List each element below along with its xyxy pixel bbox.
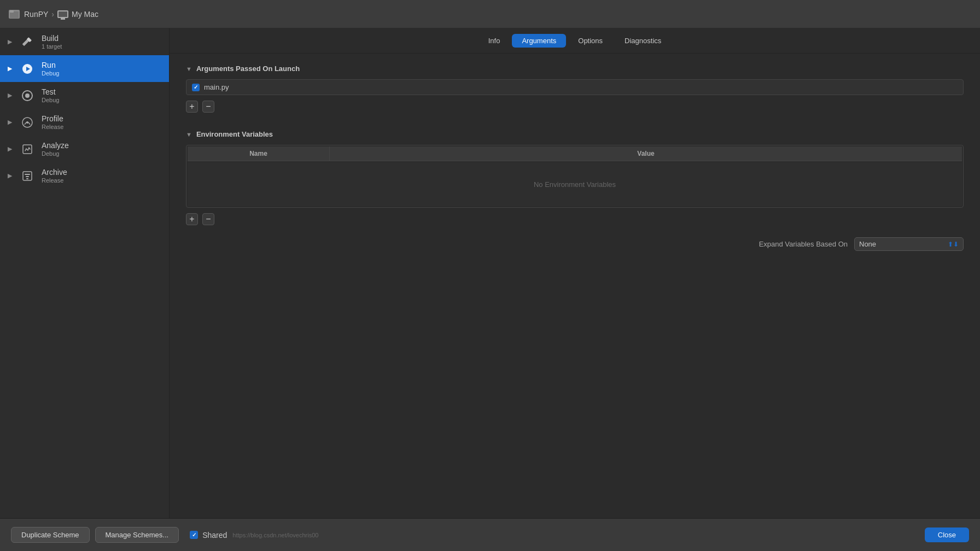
svg-rect-13 bbox=[26, 176, 29, 177]
env-table-body: No Environment Variables bbox=[188, 162, 962, 206]
titlebar-text: RunPY › My Mac bbox=[24, 10, 98, 19]
tab-info[interactable]: Info bbox=[479, 34, 510, 48]
sidebar: ▶ Build 1 target ▶ Run bbox=[0, 28, 170, 518]
sidebar-name-run: Run bbox=[42, 61, 59, 69]
breadcrumb-separator: › bbox=[51, 10, 54, 19]
svg-rect-14 bbox=[26, 178, 28, 179]
sidebar-item-archive[interactable]: ▶ Archive Release bbox=[0, 162, 169, 189]
archive-icon bbox=[20, 168, 35, 184]
sidebar-labels-test: Test Debug bbox=[42, 87, 59, 103]
arg-checkbox-mainpy[interactable] bbox=[192, 84, 200, 91]
arguments-section-title: Arguments Passed On Launch bbox=[196, 65, 300, 73]
svg-point-7 bbox=[25, 93, 30, 98]
content-body: ▼ Arguments Passed On Launch main.py + − bbox=[170, 54, 980, 518]
expand-select[interactable]: None ⬆⬇ bbox=[854, 237, 964, 251]
arguments-section-header: ▼ Arguments Passed On Launch bbox=[186, 65, 964, 73]
section-triangle-env: ▼ bbox=[186, 131, 192, 138]
footer-url: https://blog.csdn.net/lovechris00 bbox=[232, 532, 318, 538]
expand-label: Expand Variables Based On bbox=[759, 240, 848, 248]
manage-schemes-button[interactable]: Manage Schemes... bbox=[95, 527, 179, 543]
chevron-right-icon-profile: ▶ bbox=[8, 119, 13, 126]
args-add-button[interactable]: + bbox=[186, 101, 198, 113]
args-remove-button[interactable]: − bbox=[202, 101, 214, 113]
sidebar-sub-profile: Release bbox=[42, 124, 63, 130]
project-icon bbox=[9, 10, 20, 19]
tab-bar: Info Arguments Options Diagnostics bbox=[170, 28, 980, 54]
shared-label: Shared bbox=[202, 531, 227, 540]
sidebar-name-build: Build bbox=[42, 34, 62, 43]
sidebar-labels-analyze: Analyze Debug bbox=[42, 141, 69, 157]
env-section-title: Environment Variables bbox=[196, 130, 273, 138]
sidebar-sub-analyze: Debug bbox=[42, 150, 69, 157]
expand-row: Expand Variables Based On None ⬆⬇ bbox=[186, 237, 964, 251]
analyze-icon bbox=[20, 142, 35, 157]
sidebar-labels-profile: Profile Release bbox=[42, 114, 63, 130]
sidebar-sub-run: Debug bbox=[42, 70, 59, 77]
titlebar: RunPY › My Mac bbox=[0, 0, 980, 28]
chevron-right-icon-run: ▶ bbox=[8, 65, 13, 72]
arg-item-mainpy[interactable]: main.py bbox=[186, 80, 963, 95]
sidebar-name-profile: Profile bbox=[42, 114, 63, 123]
sidebar-item-run[interactable]: ▶ Run Debug bbox=[0, 55, 169, 82]
sidebar-item-build[interactable]: ▶ Build 1 target bbox=[0, 28, 169, 55]
env-remove-button[interactable]: − bbox=[202, 213, 214, 225]
tab-arguments[interactable]: Arguments bbox=[512, 34, 566, 48]
close-button[interactable]: Close bbox=[925, 527, 969, 542]
shared-section: Shared bbox=[190, 531, 227, 540]
env-add-remove-bar: + − bbox=[186, 212, 964, 226]
args-add-remove-bar: + − bbox=[186, 99, 964, 114]
expand-select-arrow-icon: ⬆⬇ bbox=[948, 241, 959, 248]
sidebar-labels-build: Build 1 target bbox=[42, 34, 62, 50]
main-container: ▶ Build 1 target ▶ Run bbox=[0, 28, 980, 518]
device-name: My Mac bbox=[72, 10, 98, 19]
hammer-icon bbox=[20, 34, 35, 50]
chevron-right-icon-test: ▶ bbox=[8, 92, 13, 99]
env-col-value-header: Value bbox=[330, 146, 962, 161]
sidebar-item-profile[interactable]: ▶ Profile Release bbox=[0, 109, 169, 136]
svg-point-9 bbox=[26, 121, 28, 124]
tab-diagnostics[interactable]: Diagnostics bbox=[615, 34, 671, 48]
svg-rect-12 bbox=[25, 174, 30, 175]
arguments-section: ▼ Arguments Passed On Launch main.py + − bbox=[186, 65, 964, 114]
chevron-right-icon-analyze: ▶ bbox=[8, 145, 13, 153]
arguments-list: main.py bbox=[186, 79, 964, 95]
sidebar-sub-build: 1 target bbox=[42, 43, 62, 50]
sidebar-name-analyze: Analyze bbox=[42, 141, 69, 150]
env-section: ▼ Environment Variables Name Value bbox=[186, 130, 964, 251]
test-icon bbox=[20, 88, 35, 103]
shared-checkbox[interactable] bbox=[190, 531, 198, 539]
content-area: Info Arguments Options Diagnostics ▼ Arg… bbox=[170, 28, 980, 518]
arg-text-mainpy: main.py bbox=[204, 83, 958, 91]
tab-options[interactable]: Options bbox=[568, 34, 612, 48]
section-triangle-args: ▼ bbox=[186, 66, 192, 72]
svg-rect-1 bbox=[10, 10, 14, 13]
computer-icon bbox=[57, 10, 68, 18]
sidebar-name-test: Test bbox=[42, 87, 59, 96]
profile-icon bbox=[20, 115, 35, 130]
env-col-name-header: Name bbox=[188, 146, 330, 161]
env-table: Name Value No Environment Variables bbox=[186, 145, 964, 208]
env-table-header: Name Value bbox=[188, 146, 962, 161]
env-empty-text: No Environment Variables bbox=[534, 180, 616, 189]
sidebar-sub-test: Debug bbox=[42, 97, 59, 103]
footer: Duplicate Scheme Manage Schemes... Share… bbox=[0, 518, 980, 551]
duplicate-scheme-button[interactable]: Duplicate Scheme bbox=[11, 527, 90, 543]
env-section-header: ▼ Environment Variables bbox=[186, 130, 964, 138]
sidebar-item-analyze[interactable]: ▶ Analyze Debug bbox=[0, 136, 169, 162]
chevron-right-icon-archive: ▶ bbox=[8, 172, 13, 179]
sidebar-name-archive: Archive bbox=[42, 168, 67, 177]
expand-select-value: None bbox=[859, 240, 876, 248]
sidebar-labels-archive: Archive Release bbox=[42, 168, 67, 184]
sidebar-sub-archive: Release bbox=[42, 177, 67, 184]
play-icon bbox=[20, 61, 35, 77]
sidebar-labels-run: Run Debug bbox=[42, 61, 59, 77]
env-add-button[interactable]: + bbox=[186, 213, 198, 225]
project-name: RunPY bbox=[24, 10, 48, 19]
sidebar-item-test[interactable]: ▶ Test Debug bbox=[0, 82, 169, 109]
chevron-right-icon: ▶ bbox=[8, 38, 13, 45]
